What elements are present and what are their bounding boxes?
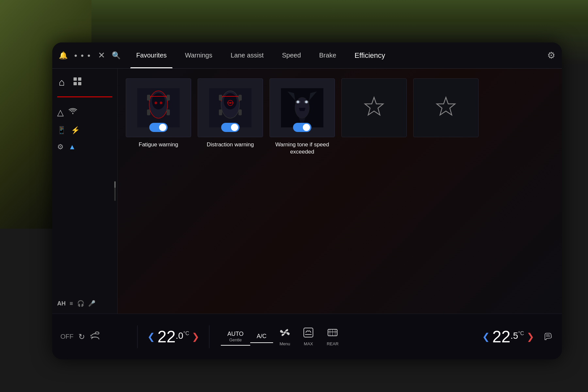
right-temp-down-arrow[interactable]: ❮ xyxy=(482,331,490,342)
max-button[interactable]: MAX xyxy=(297,326,320,348)
fatigue-toggle[interactable] xyxy=(149,123,168,132)
fatigue-warning-card[interactable]: Fatigue warning xyxy=(126,78,191,148)
dots-icon[interactable]: ● ● ● xyxy=(74,53,91,58)
list-icon[interactable]: ≡ xyxy=(70,300,73,307)
tab-lane-assist[interactable]: Lane assist xyxy=(221,42,273,68)
svg-rect-7 xyxy=(147,95,150,101)
scroll-thumb xyxy=(114,181,116,188)
left-temp-up-arrow[interactable]: ❯ xyxy=(192,331,199,342)
svg-rect-3 xyxy=(78,82,81,85)
svg-rect-31 xyxy=(304,328,313,337)
nav-left-controls: 🔔 ● ● ● ✕ 🔍 xyxy=(59,50,121,60)
left-temp-number: 22 xyxy=(157,329,176,345)
tab-brake[interactable]: Brake xyxy=(310,42,345,68)
climate-center-section: AUTO Gentle A/C Menu xyxy=(214,326,472,348)
fan-menu-label: Menu xyxy=(280,341,290,346)
settings-gear-icon[interactable]: ⚙ xyxy=(547,50,555,61)
close-icon[interactable]: ✕ xyxy=(98,50,105,60)
navigation-icon[interactable]: △ xyxy=(57,107,64,118)
svg-rect-8 xyxy=(167,95,170,101)
maps-icon[interactable]: ▲ xyxy=(69,143,76,151)
sidebar-settings-row: ⚙ ▲ xyxy=(57,141,112,153)
star-2-icon xyxy=(433,95,459,121)
mic-icon[interactable]: 🎤 xyxy=(88,300,95,307)
ac-button[interactable]: A/C xyxy=(250,330,273,343)
climate-right-section: ❮ 22 .5 °C ❯ xyxy=(477,329,554,345)
grid-icon[interactable] xyxy=(71,75,84,90)
left-temp-display: 22 .0 °C xyxy=(157,329,189,345)
car-fatigue-svg xyxy=(137,88,180,127)
headphones-icon[interactable]: 🎧 xyxy=(77,300,84,307)
max-icon xyxy=(303,327,314,340)
fan-menu-button[interactable]: Menu xyxy=(273,326,297,348)
svg-rect-2 xyxy=(74,82,77,85)
charge-icon[interactable]: ⚡ xyxy=(71,126,80,135)
svg-point-30 xyxy=(284,332,286,334)
svg-rect-0 xyxy=(74,77,77,81)
warning-tone-toggle-container xyxy=(293,123,311,132)
car-distraction-svg xyxy=(209,88,252,127)
ah-label: AH xyxy=(57,300,66,307)
sidebar-top-row: ⌂ xyxy=(57,75,112,90)
empty-favorite-card-1[interactable] xyxy=(341,78,407,137)
sidebar-settings-icon[interactable]: ⚙ xyxy=(57,143,64,151)
auto-label: AUTO xyxy=(227,331,244,337)
rear-icon xyxy=(327,327,338,340)
svg-rect-1 xyxy=(78,77,81,81)
max-label: MAX xyxy=(304,341,313,346)
nav-right: ⚙ xyxy=(547,50,555,61)
tab-warnings[interactable]: Warnings xyxy=(176,42,221,68)
warning-tone-label: Warning tone if speed exceeded xyxy=(270,141,335,155)
search-icon[interactable]: 🔍 xyxy=(112,51,121,60)
climate-off-status[interactable]: OFF xyxy=(60,333,74,340)
distraction-warning-card[interactable]: Distraction warning xyxy=(198,78,263,148)
tab-speed[interactable]: Speed xyxy=(273,42,310,68)
sidebar-red-divider xyxy=(57,96,112,97)
right-temp-unit: °C xyxy=(518,331,524,336)
svg-rect-19 xyxy=(238,109,242,115)
fan-icon xyxy=(280,327,290,340)
left-temp-down-arrow[interactable]: ❮ xyxy=(147,331,155,342)
cards-area: Fatigue warning xyxy=(118,69,562,314)
empty-card-2-image xyxy=(413,78,479,137)
climate-left-divider xyxy=(137,325,138,348)
climate-center-divider xyxy=(209,325,209,348)
svg-point-28 xyxy=(297,101,299,103)
warning-tone-card[interactable]: Warning tone if speed exceeded xyxy=(270,78,335,155)
rear-label: REAR xyxy=(327,341,338,346)
right-temp-control: ❮ 22 .5 °C ❯ xyxy=(477,329,539,345)
car-warning-svg xyxy=(281,88,323,127)
right-temp-up-arrow[interactable]: ❯ xyxy=(527,331,534,342)
distraction-toggle[interactable] xyxy=(221,123,239,132)
tab-efficiency[interactable]: Efficiency xyxy=(345,42,394,68)
nav-tabs: Favourites Warnings Lane assist Speed Br… xyxy=(127,42,547,68)
warning-tone-image xyxy=(270,78,335,137)
airflow-icon[interactable] xyxy=(90,331,100,343)
tab-favourites[interactable]: Favourites xyxy=(127,42,176,68)
svg-rect-10 xyxy=(167,109,170,115)
distraction-warning-label: Distraction warning xyxy=(207,141,254,148)
wifi-icon[interactable] xyxy=(69,107,77,118)
climate-bar: OFF ↻ ❮ 22 .0 °C ❯ xyxy=(52,314,562,359)
svg-rect-9 xyxy=(147,109,150,115)
right-temp-decimal: .5 xyxy=(511,331,518,340)
distraction-warning-image xyxy=(198,78,263,137)
recirculate-icon[interactable]: ↻ xyxy=(78,332,85,341)
fatigue-warning-image xyxy=(126,78,191,137)
empty-favorite-card-2[interactable] xyxy=(413,78,479,137)
home-icon[interactable]: ⌂ xyxy=(57,75,66,90)
left-temp-unit: °C xyxy=(183,331,189,336)
warning-tone-toggle[interactable] xyxy=(293,123,311,132)
sidebar-bottom-row: AH ≡ 🎧 🎤 xyxy=(57,297,112,307)
right-temp-number: 22 xyxy=(492,329,511,345)
auto-gentle-button[interactable]: AUTO Gentle xyxy=(221,328,250,346)
nav-bar: 🔔 ● ● ● ✕ 🔍 Favourites Warnings Lane ass… xyxy=(52,42,562,69)
svg-point-29 xyxy=(305,101,308,103)
bell-icon[interactable]: 🔔 xyxy=(59,51,68,60)
rear-button[interactable]: REAR xyxy=(320,326,345,348)
left-temp-decimal: .0 xyxy=(176,331,183,340)
phone-icon[interactable]: 📱 xyxy=(57,126,66,135)
main-screen: 🔔 ● ● ● ✕ 🔍 Favourites Warnings Lane ass… xyxy=(52,42,562,359)
distraction-toggle-container xyxy=(221,123,239,132)
heated-seat-right-icon[interactable] xyxy=(542,330,554,344)
